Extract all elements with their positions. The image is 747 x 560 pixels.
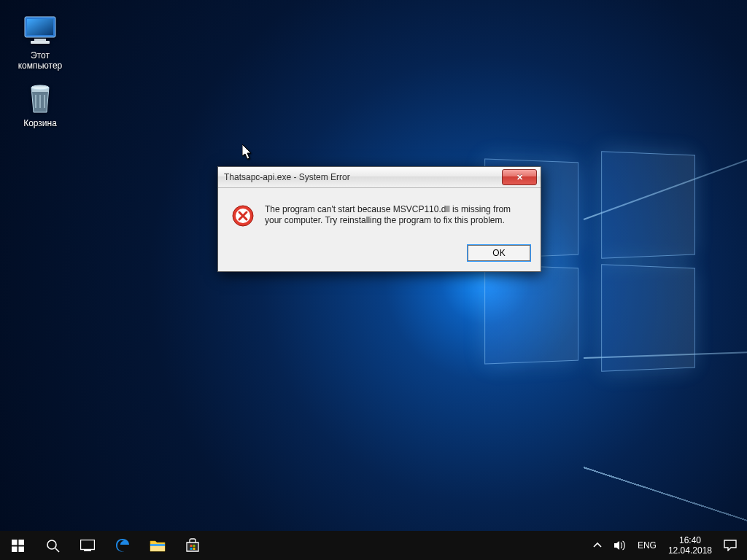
svg-rect-3 bbox=[34, 39, 46, 41]
language-label: ENG bbox=[638, 540, 657, 551]
desktop-icon-label: Корзина bbox=[23, 118, 57, 128]
windows-logo-icon bbox=[12, 540, 24, 552]
svg-rect-4 bbox=[31, 41, 50, 44]
recycle-bin-icon bbox=[23, 81, 58, 116]
clock[interactable]: 16:40 12.04.2018 bbox=[662, 531, 718, 560]
clock-time: 16:40 bbox=[668, 535, 712, 545]
computer-icon bbox=[23, 13, 58, 48]
dialog-title: Thatsapc-api.exe - System Error bbox=[224, 172, 350, 182]
desktop-icon-this-pc[interactable]: Этот компьютер bbox=[7, 10, 73, 78]
notification-icon bbox=[724, 540, 737, 551]
edge-button[interactable] bbox=[105, 531, 140, 560]
action-center-button[interactable] bbox=[718, 531, 743, 560]
error-icon bbox=[231, 204, 255, 230]
edge-icon bbox=[115, 537, 131, 553]
svg-point-12 bbox=[47, 540, 56, 549]
start-button[interactable] bbox=[0, 531, 35, 560]
desktop-icon-label: Этот компьютер bbox=[18, 50, 63, 71]
close-icon: ✕ bbox=[516, 173, 523, 182]
system-tray: ENG 16:40 12.04.2018 bbox=[587, 531, 747, 560]
svg-rect-21 bbox=[193, 548, 196, 550]
svg-rect-18 bbox=[190, 545, 193, 547]
search-button[interactable] bbox=[35, 531, 70, 560]
svg-rect-15 bbox=[84, 550, 91, 551]
dialog-titlebar[interactable]: Thatsapc-api.exe - System Error ✕ bbox=[218, 167, 541, 188]
svg-rect-8 bbox=[12, 540, 18, 545]
dialog-message: The program can't start because MSVCP110… bbox=[265, 204, 527, 226]
svg-rect-14 bbox=[81, 540, 95, 550]
error-dialog: Thatsapc-api.exe - System Error ✕ The pr… bbox=[217, 166, 541, 272]
svg-rect-11 bbox=[18, 546, 24, 552]
clock-date: 12.04.2018 bbox=[668, 545, 712, 556]
store-button[interactable] bbox=[175, 531, 210, 560]
folder-icon bbox=[150, 539, 166, 552]
speaker-icon bbox=[614, 540, 626, 551]
ok-button[interactable]: OK bbox=[468, 245, 530, 261]
svg-rect-9 bbox=[18, 540, 24, 545]
desktop-icon-recycle-bin[interactable]: Корзина bbox=[7, 78, 73, 136]
store-icon bbox=[185, 538, 200, 553]
svg-rect-10 bbox=[12, 546, 18, 552]
desktop[interactable]: Этот компьютер Корзина Thatsapc-api.exe … bbox=[0, 0, 747, 560]
close-button[interactable]: ✕ bbox=[502, 169, 537, 185]
svg-rect-17 bbox=[150, 544, 165, 546]
svg-rect-2 bbox=[27, 19, 53, 35]
svg-rect-20 bbox=[190, 548, 193, 550]
task-view-icon bbox=[80, 540, 95, 551]
chevron-up-icon bbox=[593, 541, 602, 550]
tray-overflow-button[interactable] bbox=[587, 531, 608, 560]
volume-button[interactable] bbox=[608, 531, 632, 560]
svg-point-5 bbox=[31, 85, 49, 90]
mouse-cursor-icon bbox=[242, 144, 254, 163]
file-explorer-button[interactable] bbox=[140, 531, 175, 560]
taskbar: ENG 16:40 12.04.2018 bbox=[0, 531, 747, 560]
svg-rect-19 bbox=[193, 545, 196, 547]
search-icon bbox=[46, 539, 60, 553]
task-view-button[interactable] bbox=[70, 531, 105, 560]
svg-line-13 bbox=[55, 548, 59, 552]
language-indicator[interactable]: ENG bbox=[632, 531, 662, 560]
